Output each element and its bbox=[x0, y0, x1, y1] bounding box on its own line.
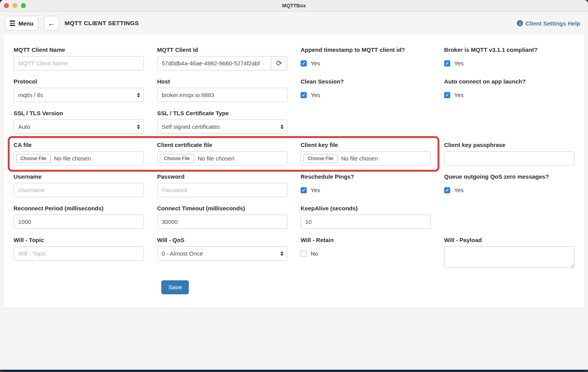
username-label: Username bbox=[14, 173, 144, 180]
cert-type-label: SSL / TLS Certificate Type bbox=[157, 110, 287, 116]
field-append-timestamp: Append timestamp to MQTT client id? Yes bbox=[301, 46, 431, 70]
footer-strip bbox=[0, 370, 588, 372]
field-client-cert-file: Client certificate file Choose File No f… bbox=[157, 142, 287, 166]
field-client-key-file: Client key file Choose File No file chos… bbox=[301, 142, 431, 166]
reschedule-pings-label: Reschedule Pings? bbox=[301, 173, 431, 180]
field-reconnect-period: Reconnect Period (milliseconds) bbox=[14, 205, 144, 229]
auto-connect-checkbox[interactable] bbox=[444, 92, 450, 98]
reschedule-pings-checkbox[interactable] bbox=[301, 187, 307, 193]
mqtt-client-name-input[interactable] bbox=[14, 56, 144, 70]
field-will-topic: Will - Topic bbox=[14, 237, 144, 270]
refresh-icon: ⟳ bbox=[276, 59, 282, 68]
hamburger-icon bbox=[10, 20, 15, 26]
cert-type-select[interactable]: Self signed certificates bbox=[157, 119, 287, 134]
field-protocol: Protocol mqtts / tls bbox=[14, 78, 144, 102]
keepalive-input[interactable] bbox=[301, 215, 431, 229]
will-retain-option: No bbox=[311, 250, 318, 257]
help-link-label: Client Settings Help bbox=[525, 20, 580, 27]
field-will-retain: Will - Retain No bbox=[301, 237, 431, 270]
ca-file-choose-button[interactable]: Choose File bbox=[16, 154, 51, 163]
queue-qos-zero-checkbox[interactable] bbox=[444, 187, 450, 193]
titlebar: MQTTBox bbox=[0, 0, 588, 12]
field-ca-file: CA file Choose File No file chosen bbox=[14, 142, 144, 166]
info-icon: i bbox=[517, 20, 523, 26]
keepalive-label: KeepAlive (seconds) bbox=[301, 205, 431, 212]
field-mqtt-client-id: MQTT Client Id ⟳ bbox=[157, 46, 287, 70]
field-auto-connect: Auto connect on app launch? Yes bbox=[444, 78, 574, 102]
reschedule-pings-option: Yes bbox=[311, 187, 320, 193]
field-will-qos: Will - QoS 0 - Almost Once bbox=[157, 237, 287, 270]
queue-qos-zero-label: Queue outgoing QoS zero messages? bbox=[444, 173, 574, 180]
save-button[interactable]: Save bbox=[161, 280, 189, 294]
will-retain-label: Will - Retain bbox=[301, 237, 431, 243]
ca-file-label: CA file bbox=[14, 142, 144, 148]
will-qos-select[interactable]: 0 - Almost Once bbox=[157, 246, 287, 261]
field-broker-compliant: Broker is MQTT v3.1.1 compliant? Yes bbox=[444, 46, 574, 70]
will-qos-label: Will - QoS bbox=[157, 237, 287, 243]
ca-file-input[interactable]: Choose File No file chosen bbox=[14, 151, 144, 166]
regenerate-client-id-button[interactable]: ⟳ bbox=[271, 56, 287, 70]
clean-session-option: Yes bbox=[311, 92, 320, 98]
username-input[interactable] bbox=[14, 183, 144, 197]
will-retain-checkbox[interactable] bbox=[301, 251, 307, 257]
client-key-passphrase-input[interactable] bbox=[444, 151, 574, 166]
password-input[interactable] bbox=[157, 183, 287, 197]
field-queue-qos-zero: Queue outgoing QoS zero messages? Yes bbox=[444, 173, 574, 197]
broker-compliant-label: Broker is MQTT v3.1.1 compliant? bbox=[444, 46, 574, 53]
field-client-key-passphrase: Client key passphrase bbox=[444, 142, 574, 166]
broker-compliant-option: Yes bbox=[454, 60, 463, 67]
page-title: MQTT CLIENT SETTINGS bbox=[65, 20, 139, 27]
field-will-payload: Will - Payload bbox=[444, 237, 574, 270]
host-input[interactable] bbox=[157, 88, 287, 102]
append-timestamp-checkbox[interactable] bbox=[301, 60, 307, 67]
will-payload-label: Will - Payload bbox=[444, 237, 574, 243]
field-connect-timeout: Connect Timeout (milliseconds) bbox=[157, 205, 287, 229]
auto-connect-option: Yes bbox=[454, 92, 463, 98]
ssl-version-select[interactable]: Auto bbox=[14, 119, 144, 134]
reconnect-period-label: Reconnect Period (milliseconds) bbox=[14, 205, 144, 212]
field-username: Username bbox=[14, 173, 144, 197]
client-cert-file-status: No file chosen bbox=[198, 155, 234, 162]
connect-timeout-label: Connect Timeout (milliseconds) bbox=[157, 205, 287, 212]
field-host: Host bbox=[157, 78, 287, 102]
client-settings-help-link[interactable]: i Client Settings Help bbox=[517, 20, 580, 27]
append-timestamp-label: Append timestamp to MQTT client id? bbox=[301, 46, 431, 53]
field-ssl-version: SSL / TLS Version Auto bbox=[14, 110, 144, 134]
connect-timeout-input[interactable] bbox=[157, 215, 287, 229]
will-payload-textarea[interactable] bbox=[444, 246, 574, 268]
clean-session-label: Clean Session? bbox=[301, 78, 431, 85]
client-cert-file-input[interactable]: Choose File No file chosen bbox=[157, 151, 287, 166]
menu-button[interactable]: Menu bbox=[5, 16, 38, 31]
field-keepalive: KeepAlive (seconds) bbox=[301, 205, 431, 229]
field-cert-type: SSL / TLS Certificate Type Self signed c… bbox=[157, 110, 287, 134]
field-password: Password bbox=[157, 173, 287, 197]
back-arrow-icon: ← bbox=[48, 19, 55, 28]
client-key-file-label: Client key file bbox=[301, 142, 431, 148]
auto-connect-label: Auto connect on app launch? bbox=[444, 78, 574, 85]
append-timestamp-option: Yes bbox=[311, 60, 320, 67]
queue-qos-zero-option: Yes bbox=[454, 187, 463, 193]
mqtt-client-id-label: MQTT Client Id bbox=[157, 46, 287, 53]
clean-session-checkbox[interactable] bbox=[301, 92, 307, 98]
broker-compliant-checkbox[interactable] bbox=[444, 60, 450, 67]
protocol-select[interactable]: mqtts / tls bbox=[14, 88, 144, 102]
client-key-file-status: No file chosen bbox=[341, 155, 378, 162]
header: Menu ← MQTT CLIENT SETTINGS i Client Set… bbox=[0, 12, 588, 35]
password-label: Password bbox=[157, 173, 287, 180]
content-area: MQTT Client Name MQTT Client Id ⟳ Append… bbox=[0, 35, 588, 370]
host-label: Host bbox=[157, 78, 287, 85]
settings-card: MQTT Client Name MQTT Client Id ⟳ Append… bbox=[4, 35, 584, 308]
protocol-label: Protocol bbox=[14, 78, 144, 85]
client-key-file-input[interactable]: Choose File No file chosen bbox=[301, 151, 431, 166]
client-key-passphrase-label: Client key passphrase bbox=[444, 142, 574, 148]
client-cert-file-choose-button[interactable]: Choose File bbox=[160, 154, 194, 163]
mqtt-client-id-input[interactable] bbox=[157, 56, 271, 70]
client-key-file-choose-button[interactable]: Choose File bbox=[303, 154, 338, 163]
ssl-version-label: SSL / TLS Version bbox=[14, 110, 144, 116]
reconnect-period-input[interactable] bbox=[14, 215, 144, 229]
back-button[interactable]: ← bbox=[44, 16, 59, 31]
field-mqtt-client-name: MQTT Client Name bbox=[14, 46, 144, 70]
will-topic-input[interactable] bbox=[14, 246, 144, 261]
window-title: MQTTBox bbox=[0, 3, 588, 9]
mqtt-client-name-label: MQTT Client Name bbox=[14, 46, 144, 53]
